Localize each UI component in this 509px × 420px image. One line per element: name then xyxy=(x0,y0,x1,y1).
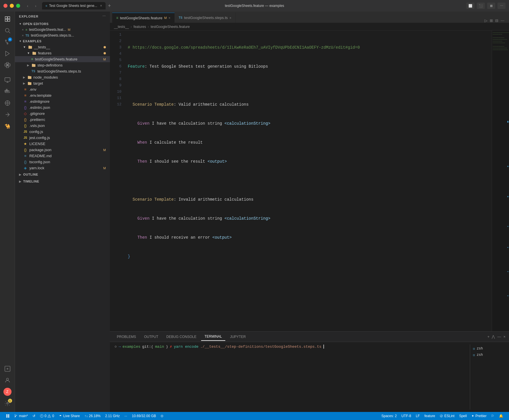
status-memory[interactable]: 10.69/32.00 GB xyxy=(129,412,158,420)
folder-target[interactable]: ▶ target xyxy=(15,80,110,86)
sidebar-actions[interactable]: ⋯ xyxy=(102,14,106,18)
layout-btn-2[interactable]: ⬛ xyxy=(477,3,485,9)
activity-settings[interactable]: 1 xyxy=(2,398,13,408)
folder-features[interactable]: ▼ features xyxy=(15,50,110,56)
status-spell[interactable]: Spell xyxy=(457,414,469,418)
activity-extensions[interactable] xyxy=(2,60,13,70)
open-editor-feature[interactable]: × ≡ testGoogleSheets.feat... M xyxy=(15,27,110,33)
file-steps[interactable]: TS testGoogleSheets.steps.ts xyxy=(15,68,110,74)
terminal-instance-2[interactable]: ⊡ zsh xyxy=(470,352,504,358)
folder-tests[interactable]: ▼ __tests__ xyxy=(15,44,110,50)
status-perf[interactable]: ↑↓ 26.18% xyxy=(82,412,103,420)
file-tsconfig[interactable]: {} tsconfig.json xyxy=(15,159,110,165)
file-readme[interactable]: ≡ README.md xyxy=(15,153,110,159)
tab-debug-console[interactable]: DEBUG CONSOLE xyxy=(163,333,200,341)
file-gitignore[interactable]: ◇ .gitignore xyxy=(15,111,110,117)
file-env-template[interactable]: ≡ .env.template xyxy=(15,92,110,98)
activity-camel[interactable]: 🐪 xyxy=(2,121,13,131)
folder-node-modules[interactable]: ▶ node_modules xyxy=(15,74,110,80)
more-actions-icon[interactable]: ⋯ xyxy=(501,18,504,23)
activity-kubernetes[interactable] xyxy=(2,98,13,108)
status-encoding[interactable]: UTF-8 xyxy=(399,414,413,418)
open-editor-steps[interactable]: × TS testGoogleSheets.steps.ts... xyxy=(15,33,110,38)
outline-section[interactable]: ▶ OUTLINE xyxy=(15,171,110,178)
close-icon[interactable]: × xyxy=(22,28,24,31)
split-icon[interactable]: ⊞ xyxy=(490,18,493,23)
status-eslint[interactable]: ESLint xyxy=(437,414,457,418)
window-tab-close[interactable]: × xyxy=(100,4,102,8)
timeline-section[interactable]: ▶ TIMELINE xyxy=(15,178,110,185)
activity-run[interactable] xyxy=(2,48,13,59)
layout-btn-3[interactable]: ⊞ xyxy=(487,3,495,9)
tab-output[interactable]: OUTPUT xyxy=(141,333,162,341)
nav-forward-button[interactable]: › xyxy=(32,2,40,10)
nav-back-button[interactable]: ‹ xyxy=(24,2,32,10)
status-sync[interactable]: ↺ xyxy=(30,412,38,420)
activity-search[interactable] xyxy=(2,25,13,36)
new-terminal-icon[interactable]: + xyxy=(487,335,490,339)
panel-close-icon[interactable]: × xyxy=(503,335,506,339)
file-package-json[interactable]: {} package.json M xyxy=(15,147,110,153)
activity-source-control[interactable]: 4 xyxy=(2,37,13,47)
close-button[interactable] xyxy=(3,4,7,8)
status-remote[interactable] xyxy=(3,412,12,420)
status-language[interactable]: feature xyxy=(422,414,437,418)
new-tab-button[interactable]: + xyxy=(108,3,111,9)
terminal-split-icon[interactable]: ⋀ xyxy=(492,335,495,339)
run-icon[interactable]: ▷ xyxy=(485,18,487,23)
tab-problems[interactable]: PROBLEMS xyxy=(113,333,140,341)
panel-minimize-icon[interactable]: — xyxy=(497,335,501,339)
breadcrumb-part-2[interactable]: features xyxy=(134,25,146,29)
open-editors-header[interactable]: ▼ OPEN EDITORS xyxy=(15,21,110,27)
activity-zoom[interactable]: Z xyxy=(2,387,13,397)
tab-jupyter[interactable]: JUPYTER xyxy=(226,333,249,341)
terminal-instance-1[interactable]: ⊡ zsh xyxy=(470,345,504,352)
file-jest-config[interactable]: JS jest.config.js xyxy=(15,135,110,141)
activity-explorer[interactable] xyxy=(2,14,13,24)
file-license[interactable]: ★ LICENSE xyxy=(15,141,110,147)
activity-account[interactable] xyxy=(2,375,13,385)
tab-feature[interactable]: ≡ testGoogleSheets.feature M × xyxy=(112,13,175,23)
folder-step-definitions[interactable]: ▶ step-definitions xyxy=(15,62,110,68)
minimize-button[interactable] xyxy=(10,4,14,8)
activity-ports[interactable] xyxy=(2,364,13,374)
status-cpu[interactable]: 2.11 GHz xyxy=(103,412,122,420)
examples-header[interactable]: ▼ EXAMPLES xyxy=(15,38,110,44)
code-content[interactable]: # https://docs.google.com/spreadsheets/d… xyxy=(124,31,492,331)
tab-terminal[interactable]: TERMINAL xyxy=(201,333,226,341)
file-prettierrc[interactable]: {} .prettierrc xyxy=(15,117,110,123)
tab-steps[interactable]: TS testGoogleSheets.steps.ts × xyxy=(175,13,236,23)
code-editor[interactable]: 12345 678910 1112 # https://docs.google.… xyxy=(110,31,509,331)
sidebar-more-icon[interactable]: ⋯ xyxy=(102,14,106,18)
breadcrumb-part-1[interactable]: __tests__ xyxy=(114,25,129,29)
status-feedback[interactable]: ⚐ xyxy=(489,414,497,418)
status-live-share[interactable]: Live Share xyxy=(56,412,82,420)
file-eslintrc[interactable]: {} .eslintrc.json xyxy=(15,104,110,111)
status-notification[interactable]: 🔔 xyxy=(497,414,506,418)
file-yarn-lock[interactable]: ◈ yarn.lock M xyxy=(15,165,110,171)
layout-more-btn[interactable]: ⋯ xyxy=(497,3,506,9)
status-eol[interactable]: LF xyxy=(413,414,422,418)
status-check[interactable]: ⊙ xyxy=(158,412,166,420)
close-icon-2[interactable]: × xyxy=(22,34,24,37)
window-tab[interactable]: ≡ Test Google Sheets test gene... × xyxy=(42,2,106,9)
maximize-button[interactable] xyxy=(16,4,20,8)
file-feature[interactable]: ≡ testGoogleSheets.feature M xyxy=(15,56,110,62)
activity-remote[interactable] xyxy=(2,75,13,85)
terminal-main[interactable]: ○ → examples git:( main ) ✗ yarn encode … xyxy=(115,344,470,410)
status-branch[interactable]: main* xyxy=(12,412,30,420)
tab-feature-close[interactable]: × xyxy=(169,16,170,20)
layout-icon[interactable]: ⊟ xyxy=(495,18,498,23)
status-spaces[interactable]: Spaces: 2 xyxy=(379,414,399,418)
status-errors[interactable]: 0 0 xyxy=(38,412,56,420)
activity-gitlens[interactable] xyxy=(2,109,13,120)
file-env[interactable]: ≡ .env xyxy=(15,86,110,92)
file-eslintignore[interactable]: ≡ .eslintignore xyxy=(15,98,110,104)
breadcrumb-part-3[interactable]: testGoogleSheets.feature xyxy=(150,25,190,29)
file-vsls[interactable]: {} .vsls.json xyxy=(15,123,110,129)
file-config[interactable]: JS config.js xyxy=(15,129,110,135)
activity-docker[interactable] xyxy=(2,86,13,97)
status-prettier[interactable]: ✦ Prettier xyxy=(469,414,489,418)
tab-steps-close[interactable]: × xyxy=(230,16,231,20)
layout-btn-1[interactable]: ⬜ xyxy=(466,3,474,9)
